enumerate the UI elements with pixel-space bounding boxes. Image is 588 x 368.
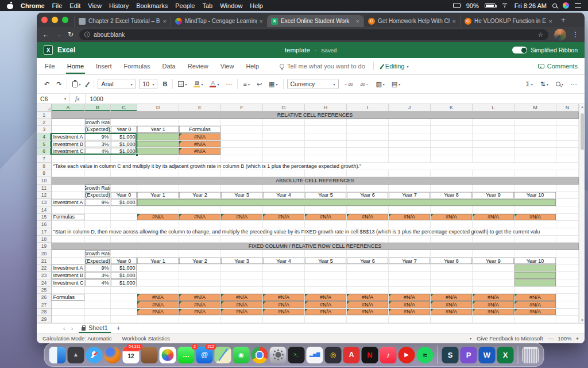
cell-M7[interactable]: [514, 155, 556, 163]
cell-F25[interactable]: [221, 287, 263, 294]
cell-B18[interactable]: [85, 236, 111, 243]
cell-E14[interactable]: [179, 206, 221, 214]
p-app-icon[interactable]: P: [461, 347, 477, 363]
cell-A2[interactable]: [52, 119, 85, 126]
cell-M16[interactable]: [514, 221, 556, 228]
cell-N23[interactable]: [556, 272, 579, 279]
browser-tab-4[interactable]: CGet Homework Help With Che×: [363, 15, 460, 27]
cell-K22[interactable]: [431, 264, 473, 272]
settings-icon[interactable]: [270, 347, 287, 363]
cell-E29[interactable]: [179, 316, 221, 323]
cell-G6[interactable]: [263, 148, 305, 155]
row-header-8[interactable]: 8: [37, 163, 52, 170]
back-icon[interactable]: ←: [42, 30, 49, 39]
calculation-mode[interactable]: Calculation Mode: Automatic: [42, 335, 111, 342]
photos-icon[interactable]: [160, 347, 176, 363]
cell-A29[interactable]: [52, 316, 85, 323]
cell-E25[interactable]: [179, 287, 221, 294]
cell-I26[interactable]: #N/A: [347, 294, 389, 301]
alignment-button[interactable]: ≡▾: [241, 79, 251, 89]
autosum-button[interactable]: Σ▾: [524, 79, 535, 89]
cell-I18[interactable]: [347, 236, 389, 243]
excel-logo-icon[interactable]: X: [44, 45, 53, 55]
cell-K18[interactable]: [431, 236, 473, 243]
cell-H15[interactable]: #N/A: [305, 214, 347, 221]
column-header-E[interactable]: E: [179, 104, 221, 112]
cell-B28[interactable]: [85, 309, 111, 316]
row-header-11[interactable]: 11: [37, 185, 52, 192]
cell-D12[interactable]: Year 1: [137, 192, 179, 200]
minimize-window-button[interactable]: [52, 17, 58, 23]
cell-J2[interactable]: [389, 119, 431, 126]
cell-E27[interactable]: #N/A: [179, 301, 221, 309]
cell-A19[interactable]: FIXED COLUMN / RELATIVE ROW CELL REFEREN…: [52, 243, 579, 250]
cell-D5[interactable]: [137, 141, 179, 148]
cell-H26[interactable]: #N/A: [305, 294, 347, 301]
cell-D25[interactable]: [137, 287, 179, 294]
cell-I14[interactable]: [347, 206, 389, 214]
cell-L26[interactable]: #N/A: [473, 294, 514, 301]
page-info-icon[interactable]: i: [84, 32, 90, 37]
cell-N18[interactable]: [556, 236, 579, 243]
cell-N11[interactable]: [556, 185, 579, 192]
menubar-clock[interactable]: Fri 8:26 AM: [514, 2, 547, 9]
bold-button[interactable]: B: [161, 79, 169, 89]
cell-N3[interactable]: [556, 126, 579, 133]
cell-L27[interactable]: #N/A: [473, 301, 514, 309]
youtube-icon[interactable]: ▶: [399, 347, 415, 363]
cell-M20[interactable]: [514, 250, 556, 258]
cell-F4[interactable]: [221, 133, 263, 141]
sheet-tab-sheet1[interactable]: Sheet1: [79, 324, 110, 333]
ribbon-tab-insert[interactable]: Insert: [95, 58, 113, 74]
spotify-icon[interactable]: ≈: [417, 347, 434, 363]
browser-tab-3[interactable]: XExcel Online Student Work×: [267, 15, 363, 27]
cell-J15[interactable]: #N/A: [389, 214, 431, 221]
cell-F6[interactable]: [221, 148, 263, 155]
menu-item-tab[interactable]: Tab: [202, 2, 212, 9]
ribbon-tab-review[interactable]: Review: [187, 58, 210, 74]
cell-N28[interactable]: [556, 309, 579, 316]
safari-icon[interactable]: [86, 347, 103, 363]
font-size-select[interactable]: 10▾: [139, 79, 157, 89]
font-more-button[interactable]: ⋯: [224, 79, 234, 89]
column-header-J[interactable]: J: [389, 104, 431, 112]
cell-M18[interactable]: [514, 236, 556, 243]
cell-G12[interactable]: Year 4: [263, 192, 305, 200]
cell-K9[interactable]: [431, 170, 473, 178]
cell-H6[interactable]: [305, 148, 347, 155]
cell-F11[interactable]: [221, 185, 263, 192]
cell-A16[interactable]: [52, 221, 85, 228]
dictionary-icon[interactable]: [141, 347, 158, 363]
cell-E9[interactable]: [179, 170, 221, 178]
cell-L29[interactable]: [473, 316, 514, 323]
cell-D6[interactable]: [137, 148, 179, 155]
zoom-level[interactable]: 100%: [558, 335, 571, 342]
cell-A23[interactable]: Investment B: [52, 272, 85, 279]
cell-D29[interactable]: [137, 316, 179, 323]
cell-I5[interactable]: [347, 141, 389, 148]
format-as-table-button[interactable]: ▤▾: [390, 79, 402, 89]
cell-N25[interactable]: [556, 287, 579, 294]
cell-K2[interactable]: [431, 119, 473, 126]
cell-J4[interactable]: [389, 133, 431, 141]
menu-item-edit[interactable]: Edit: [69, 2, 80, 9]
paste-button[interactable]: ▾: [71, 80, 82, 89]
document-title-area[interactable]: template - Saved: [285, 47, 336, 53]
conditional-format-button[interactable]: ▧▾: [374, 79, 386, 89]
cell-E26[interactable]: #N/A: [179, 294, 221, 301]
cell-K27[interactable]: #N/A: [431, 301, 473, 309]
cell-D23[interactable]: [137, 272, 179, 279]
cell-E3[interactable]: Formulas: [179, 126, 221, 133]
ribbon-tab-view[interactable]: View: [219, 58, 235, 74]
cell-K7[interactable]: [431, 155, 473, 163]
browser-tab-5[interactable]: CHe VLOOKUP Function in Exc×: [460, 15, 556, 27]
cell-H28[interactable]: #N/A: [305, 309, 347, 316]
cell-N5[interactable]: [556, 141, 579, 148]
cell-I2[interactable]: [347, 119, 389, 126]
name-box[interactable]: C6 ▾: [37, 94, 70, 103]
row-header-15[interactable]: 15: [37, 214, 52, 221]
editing-mode-button[interactable]: Editing ▾: [382, 63, 409, 70]
cell-L24[interactable]: [473, 279, 514, 287]
cell-L3[interactable]: [473, 126, 514, 133]
cell-A11[interactable]: [52, 185, 85, 192]
